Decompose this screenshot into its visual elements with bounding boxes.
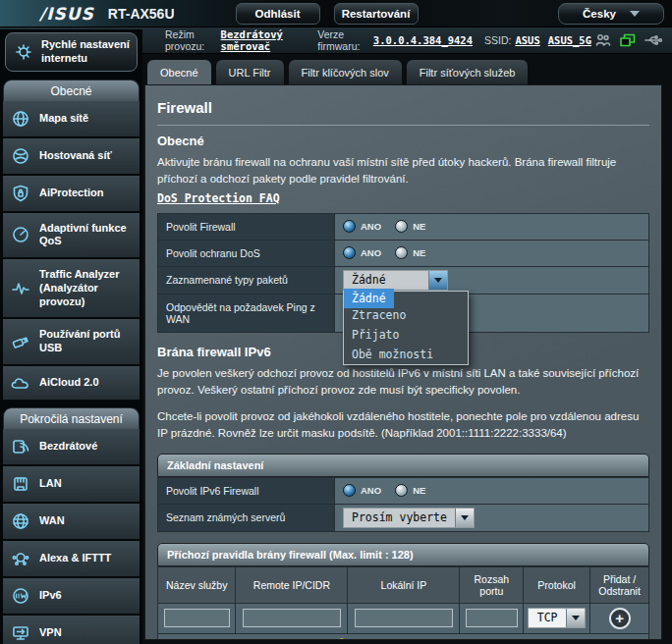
guest-network-icon — [10, 147, 31, 165]
select-arrow-icon — [428, 271, 447, 290]
alexa-icon — [10, 550, 31, 567]
sidebar-item-label: WAN — [39, 514, 65, 528]
table-row: Zaznamenané typy paketů Žádné Žádné Ztra… — [158, 266, 649, 294]
tab-network-services-filter[interactable]: Filtr síťových služeb — [406, 59, 530, 84]
service-name-input[interactable] — [164, 609, 230, 627]
chevron-down-icon — [630, 11, 640, 17]
sidebar-item-alexa-ifttt[interactable]: Alexa & IFTTT — [3, 541, 140, 578]
sidebar-item-vpn[interactable]: VPN — [3, 616, 140, 644]
enable-ipv6-firewall-label: Povolit IPv6 Firewall — [158, 477, 335, 504]
famous-servers-label: Seznam známých serverů — [158, 504, 335, 531]
rule-input-row: TCP + — [158, 603, 649, 633]
language-label: Česky — [583, 8, 616, 20]
sidebar-item-wan[interactable]: WAN — [3, 504, 140, 541]
ssid-5g-link[interactable]: ASUS_5G — [548, 34, 591, 46]
basic-config-header: Základní nastavení — [157, 454, 649, 477]
firmware-label: Verze firmwaru: — [317, 28, 369, 52]
tab-keyword-filter[interactable]: Filtr klíčových slov — [288, 59, 403, 84]
sidebar-item-label: VPN — [39, 626, 62, 640]
enable-dos-label: Povolit ochranu DoS — [158, 240, 335, 266]
ssid-label: SSID: — [484, 34, 511, 46]
sidebar-item-ipv6[interactable]: IPv6 — [3, 578, 140, 616]
local-ip-input[interactable] — [355, 609, 453, 627]
dos-no-radio[interactable] — [395, 246, 408, 259]
sidebar-item-label: AiProtection — [39, 187, 103, 200]
sidebar-group-general: Obecné Mapa sítě Hostovaná síť AiProtect… — [3, 80, 140, 402]
tab-url-filter[interactable]: URL Filtr — [215, 59, 285, 84]
table-row: Povolit IPv6 Firewall ANO NE — [158, 477, 649, 504]
network-status-icon[interactable] — [620, 33, 636, 47]
main-area: Obecné URL Filtr Filtr klíčových slov Fi… — [142, 54, 672, 644]
col-add-delete: Přidat / Odstranit — [590, 566, 649, 603]
sidebar-item-label: IPv6 — [39, 589, 62, 603]
radio-no-label: NE — [413, 221, 425, 232]
logged-packet-type-select[interactable]: Žádné — [343, 270, 448, 291]
firewall-yes-radio[interactable] — [343, 220, 356, 233]
quick-internet-setup-button[interactable]: Rychlé nastavení internetu — [5, 32, 138, 72]
add-rule-button[interactable]: + — [609, 608, 631, 629]
sidebar-item-traffic-analyzer[interactable]: Traffic Analyzer (Analyzátor provozu) — [3, 259, 140, 319]
sidebar-item-aicloud[interactable]: AiCloud 2.0 — [3, 366, 140, 402]
option-dropped[interactable]: Ztraceno — [344, 305, 468, 325]
radio-yes-label: ANO — [361, 221, 381, 232]
ipv6-paragraph-1: Je povolen veškerý odchozí provoz od hos… — [157, 365, 649, 400]
general-description: Aktivujte bránu firewall na ochranu vaší… — [157, 154, 649, 188]
ipv6-icon — [10, 587, 31, 605]
sidebar-item-aiprotection[interactable]: AiProtection — [3, 176, 140, 213]
quick-setup-label: Rychlé nastavení internetu — [41, 38, 130, 66]
usb-status-icon[interactable] — [644, 34, 662, 46]
selected-value: Prosím vyberte — [344, 509, 455, 527]
wifi-icon — [10, 438, 31, 456]
sidebar-group-advanced: Pokročilá nastavení Bezdrátové LAN WAN A… — [3, 407, 140, 644]
dos-yes-radio[interactable] — [343, 246, 356, 259]
radio-yes-label: ANO — [361, 485, 381, 496]
ping-from-wan-label: Odpovědět na požadavek Ping z WAN — [158, 294, 335, 332]
waveform-icon — [10, 280, 31, 297]
language-dropdown[interactable]: Česky — [558, 3, 664, 25]
reboot-button[interactable]: Restartování — [334, 3, 419, 25]
ssid-24g-link[interactable]: ASUS — [515, 34, 539, 46]
table-row: Povolit Firewall ANO NE — [158, 213, 649, 240]
option-both[interactable]: Obě možnosti — [344, 345, 468, 364]
ipv6-settings-table: Povolit IPv6 Firewall ANO NE Seznam znám… — [157, 477, 649, 532]
empty-state-row: Žádná data v tabulce — [158, 633, 649, 640]
page-title: Firewall — [157, 93, 649, 125]
ipv6-paragraph-2: Chcete-li povolit provoz od jakéhokoli v… — [157, 408, 649, 443]
ipv6-no-radio[interactable] — [395, 484, 408, 497]
empty-table-message: Žádná data v tabulce — [158, 633, 649, 640]
tab-general[interactable]: Obecné — [146, 59, 212, 84]
sidebar-item-label: Hostovaná síť — [39, 149, 112, 163]
dos-faq-link[interactable]: DoS Protection FAQ — [157, 191, 280, 205]
sidebar-item-wireless[interactable]: Bezdrátové — [3, 429, 140, 466]
select-arrow-icon — [455, 509, 474, 527]
sidebar-item-label: Mapa sítě — [39, 112, 88, 126]
sidebar-item-qos[interactable]: Adaptivní funkce QoS — [3, 213, 140, 260]
lan-port-icon — [10, 475, 31, 493]
table-header-row: Název služby Remote IP/CIDR Lokální IP R… — [158, 566, 649, 603]
operation-mode-link[interactable]: Bezdrátový směrovač — [221, 28, 307, 52]
sidebar-item-lan[interactable]: LAN — [3, 466, 140, 504]
globe-icon — [10, 512, 31, 530]
remote-ip-input[interactable] — [243, 609, 341, 627]
speedometer-icon — [10, 226, 31, 243]
enable-firewall-label: Povolit Firewall — [158, 213, 335, 240]
table-row: Povolit ochranu DoS ANO NE — [158, 240, 649, 266]
firewall-no-radio[interactable] — [395, 220, 408, 233]
protocol-select[interactable]: TCP — [528, 608, 586, 628]
ipv6-yes-radio[interactable] — [343, 484, 356, 497]
option-none[interactable]: Žádné — [344, 289, 394, 308]
status-icons — [595, 33, 662, 47]
option-accepted[interactable]: Přijato — [344, 325, 468, 345]
sidebar-item-network-map[interactable]: Mapa sítě — [3, 101, 140, 138]
logout-button[interactable]: Odhlásit — [236, 3, 320, 25]
sidebar-group-advanced-title: Pokročilá nastavení — [3, 407, 140, 429]
port-range-input[interactable] — [466, 609, 518, 627]
sidebar-item-label: Bezdrátové — [39, 440, 97, 454]
radio-no-label: NE — [413, 247, 425, 258]
famous-servers-select[interactable]: Prosím vyberte — [343, 508, 475, 528]
sidebar-item-guest-network[interactable]: Hostovaná síť — [3, 138, 140, 176]
clients-icon[interactable] — [595, 33, 611, 47]
sidebar-item-label: LAN — [39, 477, 62, 491]
firmware-version-link[interactable]: 3.0.0.4.384_9424 — [373, 34, 473, 46]
sidebar-item-usb-application[interactable]: Používání portů USB — [3, 319, 140, 366]
